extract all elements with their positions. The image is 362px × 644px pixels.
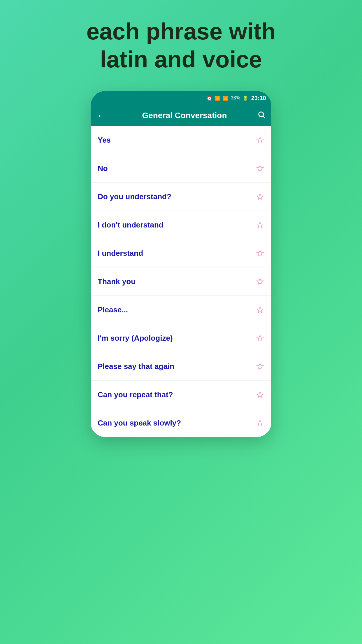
star-icon[interactable]: ☆: [256, 332, 264, 344]
back-button[interactable]: ←: [96, 110, 106, 121]
phrase-text: Please say that again: [98, 362, 174, 371]
status-icons: ⏰ 📶 📶 33% 🔋: [206, 95, 248, 101]
phrase-text: I'm sorry (Apologize): [98, 334, 173, 343]
star-icon[interactable]: ☆: [256, 417, 264, 429]
list-item[interactable]: I understand☆: [91, 239, 271, 267]
headline: each phrase with latin and voice: [63, 0, 299, 85]
list-item[interactable]: Yes☆: [91, 126, 271, 154]
star-icon[interactable]: ☆: [256, 360, 264, 372]
list-item[interactable]: No☆: [91, 154, 271, 183]
list-item[interactable]: I don't understand☆: [91, 211, 271, 239]
search-button[interactable]: [257, 111, 266, 121]
list-item[interactable]: Can you repeat that?☆: [91, 381, 271, 409]
battery-icon: 🔋: [242, 95, 248, 101]
phrase-text: Do you understand?: [98, 192, 171, 201]
status-time: 23:10: [251, 95, 266, 102]
star-icon[interactable]: ☆: [256, 162, 264, 174]
signal-icon: 📶: [223, 95, 229, 101]
star-icon[interactable]: ☆: [256, 219, 264, 231]
phrase-text: Thank you: [98, 277, 136, 286]
phrase-text: No: [98, 164, 108, 173]
alarm-icon: ⏰: [206, 95, 212, 101]
list-item[interactable]: Please say that again☆: [91, 352, 271, 381]
battery-text: 33%: [231, 95, 240, 101]
toolbar: ← General Conversation: [91, 105, 271, 126]
list-item[interactable]: Do you understand?☆: [91, 183, 271, 211]
phrase-text: Can you repeat that?: [98, 390, 173, 399]
toolbar-title: General Conversation: [112, 111, 257, 120]
star-icon[interactable]: ☆: [256, 304, 264, 316]
list-item[interactable]: Can you speak slowly?☆: [91, 409, 271, 437]
star-icon[interactable]: ☆: [256, 389, 264, 400]
svg-line-1: [263, 116, 265, 118]
phrase-text: I don't understand: [98, 220, 164, 230]
headline-line2: latin and voice: [100, 46, 262, 72]
phrase-text: Yes: [98, 136, 111, 145]
status-bar: ⏰ 📶 📶 33% 🔋 23:10: [91, 91, 271, 105]
phrase-text: Can you speak slowly?: [98, 419, 181, 428]
star-icon[interactable]: ☆: [256, 134, 264, 146]
star-icon[interactable]: ☆: [256, 191, 264, 202]
headline-line1: each phrase with: [86, 18, 275, 44]
phrase-text: Please...: [98, 305, 128, 314]
list-item[interactable]: Please...☆: [91, 296, 271, 324]
star-icon[interactable]: ☆: [256, 276, 264, 287]
phrase-list: Yes☆No☆Do you understand?☆I don't unders…: [91, 126, 271, 437]
phone-wrapper: ⏰ 📶 📶 33% 🔋 23:10 ← General Conversation…: [91, 91, 271, 437]
phrase-text: I understand: [98, 249, 143, 258]
wifi-icon: 📶: [215, 95, 220, 101]
star-icon[interactable]: ☆: [256, 247, 264, 259]
list-item[interactable]: I'm sorry (Apologize)☆: [91, 324, 271, 352]
list-item[interactable]: Thank you☆: [91, 267, 271, 296]
